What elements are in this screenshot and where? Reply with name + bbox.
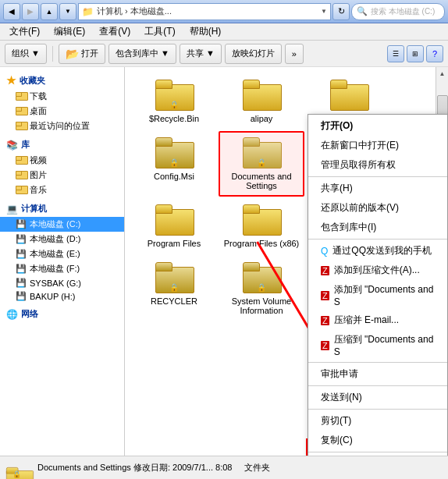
favorites-section: ★ 收藏夹 下载 桌面 最近访问的位置 — [0, 72, 124, 133]
library-icon: 📚 — [6, 140, 18, 151]
ctx-include-library[interactable]: 包含到库中(I) — [308, 218, 447, 237]
library-label: 库 — [21, 139, 30, 151]
menu-file[interactable]: 文件(F) — [3, 23, 46, 40]
ctx-open-new-window[interactable]: 在新窗口中打开(E) — [308, 136, 447, 155]
ctx-create-shortcut[interactable]: 创建快捷方式(S) — [308, 454, 447, 456]
slideshow-label: 放映幻灯片 — [232, 48, 275, 59]
ctx-copy[interactable]: 复制(C) — [308, 431, 447, 450]
file-item-program-files[interactable]: Program Files — [131, 198, 217, 254]
address-bar[interactable]: 📁 计算机 › 本地磁盘... ▼ — [78, 3, 331, 20]
help-button[interactable]: ? — [426, 45, 443, 62]
more-button[interactable]: » — [285, 44, 304, 64]
back-button[interactable]: ◀ — [3, 3, 20, 20]
ctx-sep-5 — [308, 409, 447, 410]
favorites-label: 收藏夹 — [20, 75, 45, 87]
ctx-open[interactable]: 打开(O) — [308, 116, 447, 136]
refresh-button[interactable]: ↻ — [332, 3, 350, 20]
file-item-documents[interactable]: 🔒 Documents and Settings ↖ — [219, 131, 304, 197]
main-layout: ★ 收藏夹 下载 桌面 最近访问的位置 📚 库 — [0, 67, 448, 456]
file-item-recycle[interactable]: 🔒 $Recycle.Bin — [131, 73, 217, 130]
library-header[interactable]: 📚 库 — [0, 137, 124, 153]
sidebar-item-download[interactable]: 下载 — [0, 89, 124, 104]
file-item-alipay[interactable]: alipay — [219, 73, 304, 130]
sidebar-item-video[interactable]: 视频 — [0, 153, 124, 168]
content-area: 🔒 $Recycle.Bin alipay Boot — [125, 67, 448, 456]
sidebar-item-music[interactable]: 音乐 — [0, 183, 124, 197]
recycle-lock-icon: 🔒 — [169, 101, 179, 109]
ctx-add-zip[interactable]: Z 添加到压缩文件(A)... — [308, 261, 447, 280]
sidebar-item-drive-e[interactable]: 💾 本地磁盘 (E:) — [0, 247, 124, 261]
sidebar-item-desktop[interactable]: 桌面 — [0, 104, 124, 119]
ctx-audit[interactable]: 审批申请 — [308, 364, 447, 384]
ctx-add-zip-named[interactable]: Z 添加到 "Documents and S — [308, 280, 447, 310]
ctx-compress-named[interactable]: Z 压缩到 "Documents and S — [308, 330, 447, 360]
ctx-share[interactable]: 共享(H) — [308, 179, 447, 198]
computer-section: 💻 计算机 💾 本地磁盘 (C:) 💾 本地磁盘 (D:) 💾 本地磁盘 (E:… — [0, 200, 124, 303]
system-volume-label: System Volume Information — [223, 296, 300, 315]
sidebar-item-drive-f[interactable]: 💾 本地磁盘 (F:) — [0, 261, 124, 276]
sidebar-item-drive-d[interactable]: 💾 本地磁盘 (D:) — [0, 232, 124, 247]
view-list-button[interactable]: ☰ — [387, 45, 404, 62]
sidebar-item-drive-h[interactable]: 💾 BAKUP (H:) — [0, 289, 124, 303]
ctx-sep-1 — [308, 176, 447, 177]
ctx-sep-2 — [308, 239, 447, 240]
ctx-add-zip-label: 添加到压缩文件(A)... — [334, 264, 420, 277]
organize-button[interactable]: 组织 ▼ — [5, 44, 47, 64]
ctx-restore-version[interactable]: 还原以前的版本(V) — [308, 198, 447, 218]
ctx-cut[interactable]: 剪切(T) — [308, 411, 447, 431]
pictures-folder-icon — [16, 171, 27, 179]
address-dropdown-icon[interactable]: ▼ — [321, 8, 327, 15]
network-section: 🌐 网络 — [0, 306, 124, 322]
drive-c-icon: 💾 — [16, 219, 27, 229]
ctx-send-to[interactable]: 发送到(N) — [308, 388, 447, 407]
menu-view[interactable]: 查看(V) — [93, 23, 137, 40]
status-folder-icon-container: 🔒 — [6, 458, 31, 478]
file-item-system-volume[interactable]: 🔒 System Volume Information — [219, 256, 304, 321]
sidebar-item-pictures[interactable]: 图片 — [0, 168, 124, 183]
computer-header[interactable]: 💻 计算机 — [0, 200, 124, 217]
network-label: 网络 — [21, 308, 38, 320]
ctx-admin-permission[interactable]: 管理员取得所有权 — [308, 155, 447, 175]
sidebar-item-drive-g[interactable]: 💾 SYSBAK (G:) — [0, 276, 124, 289]
share-button[interactable]: 共享 ▼ — [180, 44, 222, 64]
sidebar-pictures-label: 图片 — [30, 169, 47, 181]
documents-lock-icon: 🔒 — [257, 158, 266, 167]
ctx-sep-6 — [308, 452, 447, 452]
menu-edit[interactable]: 编辑(E) — [48, 23, 91, 40]
menu-help[interactable]: 帮助(H) — [183, 23, 228, 40]
computer-label: 计算机 — [21, 203, 47, 215]
slideshow-button[interactable]: 放映幻灯片 — [225, 44, 282, 64]
menu-tools[interactable]: 工具(T) — [138, 23, 181, 40]
context-menu: 打开(O) 在新窗口中打开(E) 管理员取得所有权 共享(H) 还原以前的版本(… — [308, 114, 448, 456]
favorites-header[interactable]: ★ 收藏夹 — [0, 72, 124, 89]
qq-icon: Q — [321, 246, 328, 257]
sidebar: ★ 收藏夹 下载 桌面 最近访问的位置 📚 库 — [0, 67, 125, 456]
sidebar-item-recent[interactable]: 最近访问的位置 — [0, 119, 124, 133]
sidebar-item-drive-c[interactable]: 💾 本地磁盘 (C:) — [0, 217, 124, 232]
alipay-folder-icon — [243, 80, 280, 111]
forward-button[interactable]: ▶ — [22, 3, 39, 20]
menu-bar: 文件(F) 编辑(E) 查看(V) 工具(T) 帮助(H) — [0, 23, 448, 41]
drive-c-label: 本地磁盘 (C:) — [30, 218, 80, 230]
recent-button[interactable]: ▼ — [59, 3, 76, 20]
network-header[interactable]: 🌐 网络 — [0, 306, 124, 322]
drive-d-icon: 💾 — [16, 234, 27, 244]
scroll-up-button[interactable]: ▲ — [436, 67, 448, 80]
file-item-config-msi[interactable]: 🔒 Config.Msi — [131, 131, 217, 197]
up-button[interactable]: ▲ — [41, 3, 58, 20]
ctx-sep-4 — [308, 385, 447, 386]
ctx-qq-send[interactable]: Q 通过QQ发送到我的手机 — [308, 241, 447, 261]
zip-icon-1: Z — [321, 266, 329, 275]
view-grid-button[interactable]: ⊞ — [407, 45, 424, 62]
open-button[interactable]: 📂 打开 — [59, 44, 105, 64]
include-library-button[interactable]: 包含到库中 ▼ — [108, 44, 176, 64]
star-icon: ★ — [6, 74, 16, 87]
search-bar[interactable]: 🔍 搜索 本地磁盘 (C:) — [351, 3, 445, 20]
file-item-recycler[interactable]: 🔒 RECYCLER — [131, 256, 217, 321]
address-folder-icon: 📁 — [82, 6, 94, 17]
recycle-bin-label: $Recycle.Bin — [149, 114, 199, 123]
ctx-compress-email[interactable]: Z 压缩并 E-mail... — [308, 310, 447, 330]
sidebar-download-label: 下载 — [30, 90, 47, 102]
navigation-area: ◀ ▶ ▲ ▼ 📁 计算机 › 本地磁盘... ▼ ↻ 🔍 搜索 本地磁盘 (C… — [3, 3, 445, 20]
file-item-program-files-x86[interactable]: Program Files (x86) — [219, 198, 304, 254]
